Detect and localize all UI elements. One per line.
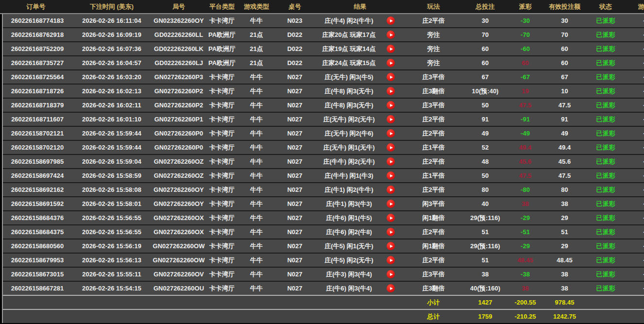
table-row: 2602261687741832026-02-26 16:11:04GN0232… [3, 14, 644, 28]
cell-game-type: 牛牛 [238, 169, 275, 182]
table-row: 2602261687187262026-02-26 16:02:13GN0272… [3, 85, 644, 99]
col-header-game-type: 游戏类型 [238, 0, 275, 13]
cell-result: 庄(牛5) 闲2(无牛) [315, 254, 406, 267]
cell-payout: 47.5 [509, 99, 542, 112]
cell-game-type: 牛牛 [238, 254, 275, 267]
cell-game-type: 21点 [238, 28, 275, 41]
cell-result: 庄(无牛) 闲1(无牛) [315, 141, 406, 154]
cell-table-no: N027 [275, 211, 315, 224]
cell-round: GN027262260OY [152, 183, 206, 196]
cell-table-no: N027 [275, 141, 315, 154]
play-icon[interactable] [387, 228, 395, 236]
cell-valid-bet: 48.45 [542, 254, 588, 267]
table-row: 2602261586805602026-02-26 15:56:19GN0272… [3, 239, 644, 254]
cell-valid-bet: 45.6 [542, 155, 588, 168]
bet-records-table: 订单号 下注时间 (美东) 局号 平台类型 游戏类型 桌号 结果 玩法 总投注 … [0, 0, 644, 324]
play-icon[interactable] [387, 242, 395, 250]
play-icon[interactable] [387, 87, 395, 95]
cell-platform: 卡卡湾厅 [206, 99, 238, 112]
cell-valid-bet: 30 [542, 14, 588, 27]
cell-play-method: 庄2平倍 [406, 14, 461, 27]
play-icon[interactable] [387, 200, 395, 208]
cell-total-bet: 30 [461, 14, 509, 27]
col-header-result: 结果 [315, 0, 406, 13]
play-icon[interactable] [387, 31, 395, 39]
cell-game-type: 牛牛 [238, 85, 275, 98]
play-icon[interactable] [387, 73, 395, 81]
cell-round: GD022262260LJ [152, 56, 206, 69]
cell-table-no: N027 [275, 99, 315, 112]
cell-table-no: N027 [275, 70, 315, 84]
cell-total-bet: 10(预:40) [461, 85, 509, 98]
play-icon[interactable] [387, 59, 395, 67]
cell-extra: - [624, 56, 644, 69]
play-icon[interactable] [387, 45, 395, 53]
cell-time: 2026-02-26 15:59:44 [72, 127, 152, 140]
play-icon[interactable] [387, 17, 395, 25]
cell-total-bet: 49 [461, 127, 509, 140]
cell-platform: 卡卡湾厅 [206, 155, 238, 168]
cell-total-bet: 67 [461, 70, 509, 84]
cell-status: 已派彩 [588, 28, 624, 41]
cell-extra: - [624, 183, 644, 196]
cell-result: 庄(牛8) 闲3(无牛) [315, 99, 406, 112]
play-icon[interactable] [387, 256, 395, 264]
play-icon[interactable] [387, 129, 395, 137]
table-row: 2602261587021202026-02-26 15:59:44GN0272… [3, 141, 644, 155]
cell-platform: 卡卡湾厅 [206, 254, 238, 267]
cell-status: 已派彩 [588, 239, 624, 253]
cell-platform: 卡卡湾厅 [206, 197, 238, 210]
cell-play-method: 庄2平倍 [406, 155, 461, 168]
result-text: 庄(无牛) 闲2(牛6) [315, 129, 383, 138]
col-header-order: 订单号 [0, 0, 72, 13]
subtotal-total-bet: 1427 [461, 296, 509, 309]
play-icon[interactable] [387, 101, 395, 109]
cell-round: GN027262260OW [152, 239, 206, 253]
play-icon[interactable] [387, 214, 395, 222]
col-header-valid-bet: 有效投注额 [542, 0, 588, 13]
cell-game-type: 牛牛 [238, 197, 275, 210]
cell-total-bet: 48 [461, 155, 509, 168]
cell-play-method: 闲1翻倍 [406, 239, 461, 253]
result-text: 庄(牛6) 闲1(牛5) [315, 214, 383, 222]
cell-payout: 38 [509, 282, 542, 295]
cell-time: 2026-02-26 15:56:55 [72, 211, 152, 224]
cell-total-bet: 91 [461, 113, 509, 126]
subtotal-label: 小计 [406, 296, 461, 309]
cell-game-type: 牛牛 [238, 225, 275, 239]
result-text: 庄(牛5) 闲1(无牛) [315, 242, 383, 251]
cell-play-method: 庄1平倍 [406, 169, 461, 182]
cell-result: 庄(无牛) 闲2(牛6) [315, 127, 406, 140]
cell-payout: 45.6 [509, 155, 542, 168]
table-row: 2602261586979852026-02-26 15:59:04GN0272… [3, 155, 644, 169]
table-row: 2602261587021212026-02-26 15:59:44GN0272… [3, 127, 644, 141]
cell-result: 庄(牛1) 闲3(牛3) [315, 197, 406, 210]
play-icon[interactable] [387, 284, 395, 292]
cell-payout: -91 [509, 113, 542, 126]
play-icon[interactable] [387, 270, 395, 278]
table-row: 2602261586843762026-02-26 15:56:55GN0272… [3, 211, 644, 225]
cell-game-type: 21点 [238, 56, 275, 69]
cell-play-method: 闲1翻倍 [406, 211, 461, 224]
cell-table-no: N027 [275, 169, 315, 182]
cell-platform: 卡卡湾厅 [206, 183, 238, 196]
play-icon[interactable] [387, 171, 395, 180]
cell-payout: -60 [509, 42, 542, 55]
cell-table-no: N027 [275, 282, 315, 295]
cell-result: 庄(无牛) 闲3(牛5) [315, 70, 406, 84]
play-icon[interactable] [387, 115, 395, 123]
cell-status: 已派彩 [588, 56, 624, 69]
play-icon[interactable] [387, 143, 395, 152]
play-icon[interactable] [387, 157, 395, 166]
cell-platform: PA欧洲厅 [206, 28, 238, 41]
result-text: 庄(牛4) 闲2(牛牛) [315, 17, 383, 25]
table-row: 2602261586843752026-02-26 15:56:55GN0272… [3, 225, 644, 239]
cell-order: 260226168718379 [3, 99, 72, 112]
play-icon[interactable] [387, 186, 395, 194]
table-row: 2602261687357272026-02-26 16:04:57GD0222… [3, 56, 644, 70]
cell-platform: 卡卡湾厅 [206, 14, 238, 27]
cell-total-bet: 50 [461, 169, 509, 182]
cell-time: 2026-02-26 16:02:13 [72, 85, 152, 98]
cell-round: GN027262260OU [152, 282, 206, 295]
cell-table-no: N027 [275, 113, 315, 126]
